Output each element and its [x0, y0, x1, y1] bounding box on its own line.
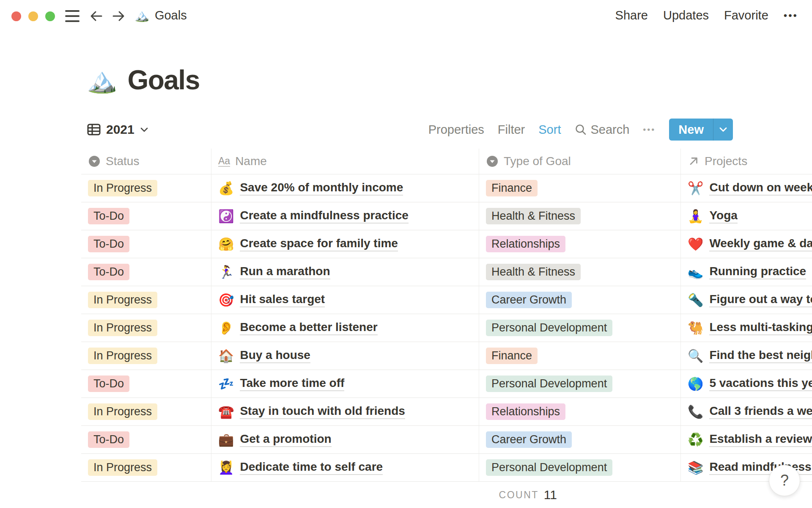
- name-cell[interactable]: 🤗 Create space for family time: [211, 230, 479, 258]
- name-cell[interactable]: 💆‍♀️ Dedicate time to self care: [211, 454, 479, 481]
- project-cell[interactable]: 👟 Running practice: [681, 258, 812, 286]
- project-cell[interactable]: 🐫 Less multi-tasking: [681, 314, 812, 342]
- status-cell[interactable]: In Progress: [81, 454, 211, 481]
- project-page-link[interactable]: 5 vacations this yea: [709, 376, 812, 391]
- column-header-type-of-goal[interactable]: Type of Goal: [479, 149, 681, 174]
- page-title[interactable]: Goals: [127, 64, 199, 96]
- status-cell[interactable]: To-Do: [81, 202, 211, 230]
- column-header-status[interactable]: Status: [81, 149, 211, 174]
- type-cell[interactable]: Health & Fitness: [479, 258, 681, 286]
- status-cell[interactable]: In Progress: [81, 314, 211, 342]
- project-page-link[interactable]: Figure out a way to g: [709, 293, 812, 307]
- name-cell[interactable]: 💤 Take more time off: [211, 370, 479, 398]
- name-cell[interactable]: 💰 Save 20% of monthly income: [211, 174, 479, 202]
- share-button[interactable]: Share: [615, 8, 648, 22]
- type-cell[interactable]: Relationships: [479, 230, 681, 258]
- status-cell[interactable]: To-Do: [81, 230, 211, 258]
- project-cell[interactable]: 🔦 Figure out a way to g: [681, 286, 812, 314]
- type-badge: Health & Fitness: [486, 264, 581, 280]
- status-cell[interactable]: In Progress: [81, 174, 211, 202]
- table-header-row: StatusAaName Type of Goal Projects: [81, 149, 812, 174]
- type-cell[interactable]: Personal Development: [479, 370, 681, 398]
- status-cell[interactable]: To-Do: [81, 426, 211, 453]
- status-cell[interactable]: To-Do: [81, 370, 211, 398]
- project-cell[interactable]: 🌎 5 vacations this yea: [681, 370, 812, 398]
- name-cell[interactable]: 💼 Get a promotion: [211, 426, 479, 453]
- type-cell[interactable]: Finance: [479, 342, 681, 370]
- goal-page-link[interactable]: Get a promotion: [240, 432, 331, 447]
- filter-button[interactable]: Filter: [498, 123, 525, 137]
- project-cell[interactable]: 🔍 Find the best neighb: [681, 342, 812, 370]
- goal-page-link[interactable]: Run a marathon: [240, 265, 330, 279]
- goal-page-link[interactable]: Become a better listener: [240, 320, 377, 335]
- status-badge: To-Do: [88, 375, 129, 392]
- project-page-link[interactable]: Less multi-tasking: [709, 320, 812, 335]
- project-cell[interactable]: ♻️ Establish a review c: [681, 426, 812, 453]
- column-header-label: Projects: [705, 155, 747, 168]
- status-cell[interactable]: In Progress: [81, 342, 211, 370]
- new-button-label[interactable]: New: [669, 119, 713, 141]
- goal-page-link[interactable]: Save 20% of monthly income: [240, 181, 403, 196]
- goal-page-link[interactable]: Stay in touch with old friends: [240, 404, 405, 419]
- goal-page-link[interactable]: Hit sales target: [240, 293, 325, 307]
- table-count-footer[interactable]: COUNT 11: [81, 482, 560, 508]
- minimize-window-button[interactable]: [28, 11, 38, 21]
- column-header-projects[interactable]: Projects: [681, 149, 812, 174]
- more-options-icon[interactable]: •••: [784, 10, 798, 22]
- project-cell[interactable]: 🧘‍♀️ Yoga: [681, 202, 812, 230]
- project-cell[interactable]: ❤️ Weekly game & date: [681, 230, 812, 258]
- type-cell[interactable]: Health & Fitness: [479, 202, 681, 230]
- project-page-link[interactable]: Establish a review c: [709, 432, 812, 447]
- breadcrumb[interactable]: 🏔️ Goals: [134, 8, 187, 22]
- search-button[interactable]: Search: [574, 123, 629, 137]
- sidebar-toggle-icon[interactable]: [65, 10, 80, 22]
- table-row: In Progress 💰 Save 20% of monthly income…: [81, 174, 812, 202]
- type-cell[interactable]: Finance: [479, 174, 681, 202]
- search-label: Search: [590, 123, 629, 137]
- column-header-label: Name: [235, 155, 267, 168]
- type-cell[interactable]: Career Growth: [479, 426, 681, 453]
- project-page-link[interactable]: Weekly game & date: [709, 237, 812, 251]
- type-cell[interactable]: Relationships: [479, 398, 681, 425]
- name-cell[interactable]: 🏃‍♀️ Run a marathon: [211, 258, 479, 286]
- status-cell[interactable]: In Progress: [81, 286, 211, 314]
- project-page-link[interactable]: Call 3 friends a wee: [709, 404, 812, 419]
- project-page-link[interactable]: Running practice: [709, 265, 806, 279]
- project-page-link[interactable]: Find the best neighb: [709, 348, 812, 363]
- updates-button[interactable]: Updates: [663, 8, 709, 22]
- sort-button[interactable]: Sort: [538, 123, 561, 137]
- goal-page-link[interactable]: Create space for family time: [240, 237, 398, 251]
- type-cell[interactable]: Personal Development: [479, 314, 681, 342]
- name-cell[interactable]: 🏠 Buy a house: [211, 342, 479, 370]
- goal-page-link[interactable]: Dedicate time to self care: [240, 460, 383, 475]
- page-icon[interactable]: 🏔️: [87, 68, 117, 92]
- favorite-button[interactable]: Favorite: [724, 8, 768, 22]
- project-page-link[interactable]: Yoga: [709, 209, 737, 224]
- properties-button[interactable]: Properties: [428, 123, 484, 137]
- type-cell[interactable]: Personal Development: [479, 454, 681, 481]
- name-cell[interactable]: ☯️ Create a mindfulness practice: [211, 202, 479, 230]
- view-more-options-icon[interactable]: •••: [643, 125, 656, 135]
- zoom-window-button[interactable]: [45, 11, 55, 21]
- type-cell[interactable]: Career Growth: [479, 286, 681, 314]
- status-cell[interactable]: To-Do: [81, 258, 211, 286]
- goal-page-link[interactable]: Take more time off: [240, 376, 344, 391]
- goal-page-link[interactable]: Buy a house: [240, 348, 310, 363]
- new-button-chevron-icon[interactable]: [713, 119, 733, 141]
- view-switcher[interactable]: 2021: [87, 122, 149, 137]
- help-button[interactable]: ?: [769, 465, 800, 496]
- close-window-button[interactable]: [11, 11, 21, 21]
- project-emoji-icon: 🧘‍♀️: [688, 209, 703, 224]
- status-cell[interactable]: In Progress: [81, 398, 211, 425]
- column-header-name[interactable]: AaName: [211, 149, 479, 174]
- back-arrow-icon[interactable]: [89, 9, 104, 23]
- project-page-link[interactable]: Cut down on weekda: [709, 181, 812, 196]
- goal-page-link[interactable]: Create a mindfulness practice: [240, 209, 408, 224]
- new-button[interactable]: New: [669, 119, 733, 141]
- project-cell[interactable]: ✂️ Cut down on weekda: [681, 174, 812, 202]
- name-cell[interactable]: 👂 Become a better listener: [211, 314, 479, 342]
- project-cell[interactable]: 📞 Call 3 friends a wee: [681, 398, 812, 425]
- forward-arrow-icon[interactable]: [111, 9, 126, 23]
- name-cell[interactable]: 🎯 Hit sales target: [211, 286, 479, 314]
- name-cell[interactable]: ☎️ Stay in touch with old friends: [211, 398, 479, 425]
